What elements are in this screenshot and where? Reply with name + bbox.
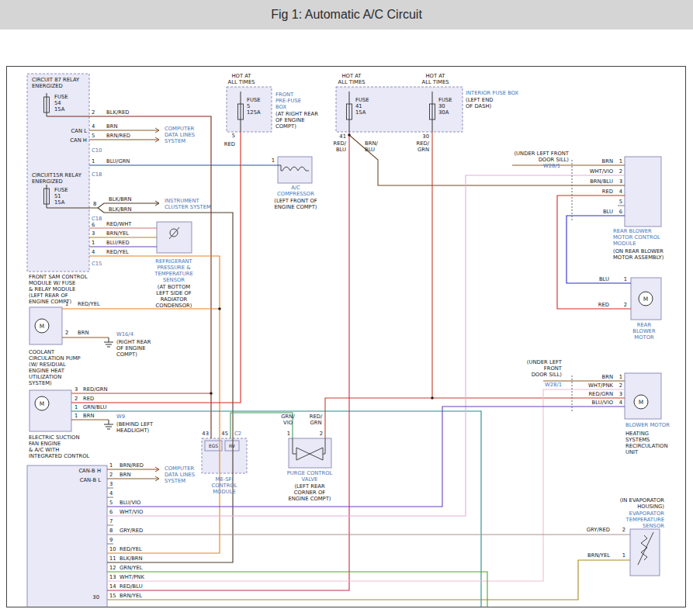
diagram-label: 3 xyxy=(619,391,622,397)
diagram-label: BLK/BRN xyxy=(109,206,132,213)
diagram-label: 4 xyxy=(109,490,113,497)
diagram-label: TEMPERATURE xyxy=(625,517,664,523)
diagram-label: BRN xyxy=(78,330,88,336)
diagram-label: & A/C WITH xyxy=(29,447,59,453)
diagram-label: 125A xyxy=(247,109,261,116)
diagram-label: 1 xyxy=(65,301,68,307)
diagram-label: DOOR SILL) xyxy=(539,157,570,163)
diagram-label: 14 xyxy=(109,583,116,590)
diagram-label: 54 xyxy=(54,100,61,106)
diagram-label: OF DASH) xyxy=(466,103,492,109)
diagram-label: BRN/YEL xyxy=(120,593,142,599)
diagram-label: (W/ RESIDUAL xyxy=(29,362,66,368)
diagram-label: 9 xyxy=(109,537,113,543)
diagram-label: RED xyxy=(598,302,609,308)
diagram-label: A/C xyxy=(291,185,300,191)
diagram-label: CLUSTER SYSTEM xyxy=(165,204,211,210)
diagram-label: (AT RIGHT REAR xyxy=(275,111,318,117)
diagram-label: BLOWER xyxy=(632,328,656,334)
diagram-label: BRN/YEL xyxy=(587,552,610,559)
diagram-label: FRONT SAM CONTROL xyxy=(29,274,88,280)
diagram-label: CIRCULATION PUMP xyxy=(29,355,81,362)
diagram-label: BOX xyxy=(275,104,286,110)
diagram-label: 2 xyxy=(622,527,625,533)
diagram-label: 30 xyxy=(438,103,445,109)
diagram-label: (LEFT REAR xyxy=(294,483,325,490)
diagram-label: BLK/RED xyxy=(106,109,129,116)
diagram-label: 3 xyxy=(619,178,622,185)
diagram-label: FRONT xyxy=(544,365,563,372)
diagram-label: 1 xyxy=(619,374,622,380)
diagram-label: C2 xyxy=(234,431,241,437)
diagram-label: 2 xyxy=(109,472,113,478)
diagram-label: 7 xyxy=(109,518,113,524)
diagram-label: C15 xyxy=(92,261,102,267)
diagram-label: GRY/RED xyxy=(587,527,610,533)
diagram-label: 2 xyxy=(320,431,323,437)
diagram-label: 43 xyxy=(202,431,209,437)
diagram-label: INTERIOR FUSE BOX xyxy=(466,90,519,96)
diagram-label: EGS xyxy=(209,443,218,448)
diagram-label: MOTOR ASSEMBLY) xyxy=(613,254,664,261)
diagram-label: UTILIZATION xyxy=(29,374,61,380)
wire-grnyel xyxy=(107,572,487,607)
diagram-label: RED/BLU xyxy=(120,583,143,590)
diagram-label: 4 xyxy=(619,189,622,195)
diagram-label: REAR BLOWER xyxy=(613,228,652,234)
diagram-label: 2 xyxy=(65,330,68,336)
diagram-label: 1 xyxy=(74,404,78,410)
diagram-label: HEADLIGHT) xyxy=(116,427,150,434)
diagram-label: 5 xyxy=(92,133,95,139)
ground-icon xyxy=(104,420,113,429)
diagram-label: BRN/ xyxy=(365,140,378,147)
diagram-label: 30A xyxy=(438,109,449,116)
diagram-label: BRN xyxy=(83,413,94,419)
diagram-label: 41 xyxy=(339,133,346,140)
diagram-label: 1 xyxy=(619,158,622,164)
diagram-label: 6 xyxy=(109,509,113,515)
diagram-label: 1 xyxy=(624,276,627,282)
diagram-label: RED xyxy=(602,189,613,195)
diagram-label: 1 xyxy=(287,431,290,437)
diagram-label: GRN/ xyxy=(281,414,295,420)
diagram-label: SYSTEM xyxy=(165,478,185,484)
diagram-label: 5 xyxy=(619,199,622,205)
diagram-label: RED/GRN xyxy=(588,391,613,397)
diagram-label: RED/ xyxy=(416,140,429,147)
diagram-label: EVAPORATOR xyxy=(629,510,665,517)
diagram-label: CONTROL xyxy=(211,483,237,489)
diagram-label: 1 xyxy=(272,157,275,164)
diagram-label: HOT AT xyxy=(341,73,362,79)
diagram-label: 5 xyxy=(247,103,250,109)
junction-dot xyxy=(431,396,434,400)
diagram-label: WHT/VIO xyxy=(590,168,613,175)
motor-icon-label: M xyxy=(639,399,643,406)
ground-icon xyxy=(104,337,113,347)
diagram-label: 10 xyxy=(109,546,116,552)
diagram-label: (RIGHT REAR xyxy=(116,339,151,345)
diagram-label: 15A xyxy=(54,106,65,112)
diagram-label: ENGINE HEAT xyxy=(29,368,65,374)
diagram-label: 11 xyxy=(109,555,116,562)
diagram-label: (LEFT REAR OF xyxy=(29,292,68,299)
diagram-label: 2 xyxy=(624,302,627,308)
diagram-label: C18 xyxy=(92,171,102,178)
diagram-label: PURGE CONTROL xyxy=(287,470,333,476)
diagram-label: (LEFT FRONT OF xyxy=(274,198,317,204)
diagram-label: ENERGIZED xyxy=(32,178,63,185)
diagram-label: UNIT xyxy=(625,449,639,455)
diagram-label: RECIRCULATION xyxy=(625,443,668,449)
diagram-label: CAN H xyxy=(70,137,87,144)
diagram-label: HEATING xyxy=(625,431,649,437)
diagram-label: RED/YEL xyxy=(78,301,100,307)
diagram-label: ENGINE COMPT) xyxy=(288,496,331,502)
diagram-label: INTEGRATED CONTROL xyxy=(29,453,90,459)
diagram-label: ALL TIMES xyxy=(227,79,255,85)
diagram-label: FAN ENGINE xyxy=(29,441,61,447)
diagram-label: RED xyxy=(224,141,235,147)
diagram-label: ALL TIMES xyxy=(338,79,365,85)
diagram-label: BLU/VIO xyxy=(592,400,613,406)
diagram-label: 5 xyxy=(232,133,235,139)
diagram-label: RV xyxy=(229,443,236,448)
diagram-label: RED/ xyxy=(310,414,323,420)
